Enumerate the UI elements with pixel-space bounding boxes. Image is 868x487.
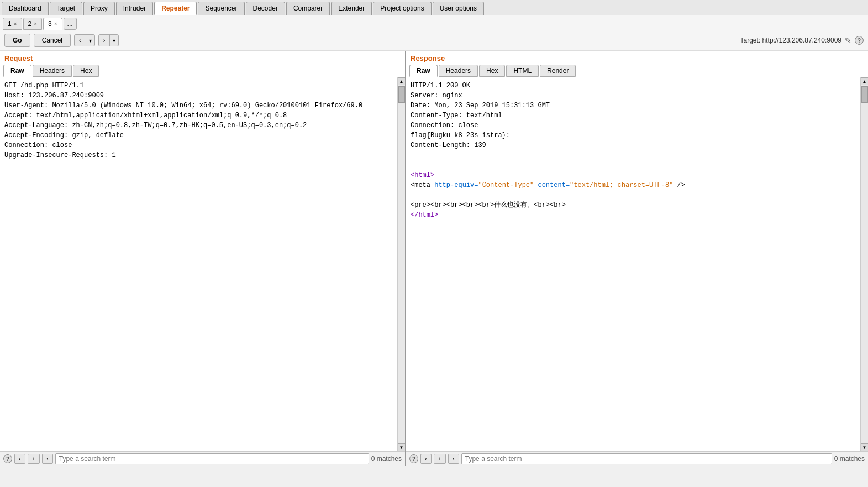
repeater-tab-2-label: 2 (28, 20, 32, 28)
request-search-input[interactable] (55, 453, 369, 464)
request-matches: 0 matches (371, 455, 402, 463)
back-nav[interactable]: ‹ ▾ (74, 34, 95, 46)
target-info: Target: http://123.206.87.240:9009 ✎ ? (740, 36, 864, 45)
request-sub-tabs: Raw Headers Hex (0, 65, 405, 77)
toolbar: Go Cancel ‹ ▾ › ▾ Target: http://123.206… (0, 30, 868, 51)
request-title: Request (0, 51, 405, 65)
response-scroll-up[interactable]: ▲ (861, 77, 869, 85)
repeater-tab-2[interactable]: 2 × (23, 18, 43, 30)
response-scrollbar[interactable]: ▲ ▼ (860, 77, 868, 451)
repeater-tab-bar: 1 × 2 × 3 × ... (0, 15, 868, 30)
response-tab-html[interactable]: HTML (506, 65, 539, 77)
nav-tab-decoder[interactable]: Decoder (246, 2, 285, 15)
scroll-up-arrow[interactable]: ▲ (398, 77, 406, 85)
response-search-prev[interactable]: ‹ (420, 454, 432, 464)
response-panel: Response Raw Headers Hex HTML Render HTT… (406, 51, 868, 466)
repeater-tab-more[interactable]: ... (64, 18, 77, 30)
response-content-area: HTTP/1.1 200 OK Server: nginx Date: Mon,… (406, 77, 868, 451)
response-tab-render[interactable]: Render (540, 65, 576, 77)
nav-tab-target[interactable]: Target (50, 2, 82, 15)
edit-target-icon[interactable]: ✎ (845, 36, 851, 45)
forward-icon[interactable]: › (99, 35, 111, 46)
response-matches: 0 matches (834, 455, 865, 463)
go-button[interactable]: Go (4, 34, 30, 47)
response-search-input[interactable] (461, 453, 832, 464)
request-search-prev[interactable]: ‹ (14, 454, 25, 464)
cancel-button[interactable]: Cancel (34, 34, 71, 47)
nav-tab-sequencer[interactable]: Sequencer (198, 2, 244, 15)
response-search-add[interactable]: + (434, 454, 446, 464)
back-icon[interactable]: ‹ (75, 35, 86, 46)
response-tab-hex[interactable]: Hex (479, 65, 505, 77)
back-dropdown-icon[interactable]: ▾ (86, 35, 94, 46)
response-search-bar: ? ‹ + › 0 matches (406, 451, 868, 466)
main-nav: Dashboard Target Proxy Intruder Repeater… (0, 0, 868, 15)
repeater-tab-1[interactable]: 1 × (3, 18, 22, 30)
scroll-thumb[interactable] (398, 86, 405, 103)
nav-tab-intruder[interactable]: Intruder (116, 2, 153, 15)
target-help-icon[interactable]: ? (855, 36, 864, 45)
response-scroll-thumb[interactable] (861, 86, 868, 103)
request-search-bar: ? ‹ + › 0 matches (0, 451, 405, 466)
repeater-tab-3-close[interactable]: × (54, 21, 57, 27)
nav-tab-proxy[interactable]: Proxy (83, 2, 115, 15)
request-panel: Request Raw Headers Hex GET /hd.php HTTP… (0, 51, 406, 466)
response-tab-raw[interactable]: Raw (409, 65, 438, 77)
main-content: Request Raw Headers Hex GET /hd.php HTTP… (0, 51, 868, 466)
nav-tab-extender[interactable]: Extender (331, 2, 372, 15)
response-title: Response (406, 51, 868, 65)
forward-dropdown-icon[interactable]: ▾ (110, 35, 118, 46)
request-scrollbar[interactable]: ▲ ▼ (397, 77, 405, 451)
response-text[interactable]: HTTP/1.1 200 OK Server: nginx Date: Mon,… (406, 77, 860, 451)
request-search-help-icon[interactable]: ? (3, 454, 12, 463)
response-search-next[interactable]: › (448, 454, 459, 464)
repeater-tab-3-label: 3 (48, 20, 52, 28)
nav-tab-user-options[interactable]: User options (433, 2, 484, 15)
request-search-add[interactable]: + (28, 454, 40, 464)
response-tab-headers[interactable]: Headers (439, 65, 478, 77)
request-text[interactable]: GET /hd.php HTTP/1.1 Host: 123.206.87.24… (0, 77, 397, 451)
repeater-tab-1-close[interactable]: × (14, 21, 17, 27)
request-search-next[interactable]: › (42, 454, 53, 464)
scroll-down-arrow[interactable]: ▼ (398, 443, 406, 451)
nav-tab-comparer[interactable]: Comparer (286, 2, 330, 15)
repeater-tab-1-label: 1 (8, 20, 12, 28)
response-scroll-down[interactable]: ▼ (861, 443, 869, 451)
request-tab-headers[interactable]: Headers (33, 65, 72, 77)
response-sub-tabs: Raw Headers Hex HTML Render (406, 65, 868, 77)
request-content-area: GET /hd.php HTTP/1.1 Host: 123.206.87.24… (0, 77, 405, 451)
repeater-tab-3[interactable]: 3 × (43, 18, 62, 30)
forward-nav[interactable]: › ▾ (98, 34, 119, 46)
request-tab-hex[interactable]: Hex (73, 65, 99, 77)
nav-tab-project-options[interactable]: Project options (373, 2, 431, 15)
nav-tab-dashboard[interactable]: Dashboard (2, 2, 49, 15)
nav-tab-repeater[interactable]: Repeater (154, 2, 197, 15)
response-search-help-icon[interactable]: ? (409, 454, 418, 463)
request-tab-raw[interactable]: Raw (3, 65, 31, 77)
target-label: Target: http://123.206.87.240:9009 (740, 36, 841, 44)
repeater-tab-2-close[interactable]: × (34, 21, 37, 27)
